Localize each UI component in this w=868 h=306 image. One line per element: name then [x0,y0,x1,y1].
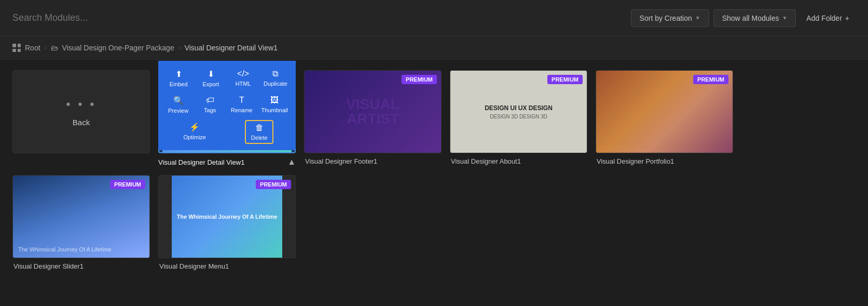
sort-label: Sort by Creation [640,14,692,22]
ctx-tags-button[interactable]: 🏷 Tags [196,94,224,116]
slider1-label: Visual Designer Slider1 [12,262,150,270]
ctx-html-label: HTML [236,81,251,87]
ctx-thumbnail-icon: 🖼 [270,96,279,105]
ctx-embed-label: Embed [170,81,188,87]
selected-card-label-row: Visual Designer Detail View1 ▲ [158,157,296,167]
search-input[interactable] [12,12,178,23]
ctx-export-label: Export [202,81,219,87]
context-menu-row2: 🔍 Preview 🏷 Tags T Rename 🖼 Thumbnail [162,94,292,116]
module-grid-row2: The Whimsical Journey Of A Lifetime PREM… [12,175,856,270]
ctx-html-button[interactable]: </> HTML [229,67,257,89]
about1-premium-badge: PREMIUM [547,75,583,84]
html-icon: </> [237,69,249,78]
ctx-duplicate-label: Duplicate [264,81,287,87]
header-right: Sort by Creation ▼ Show all Modules ▼ Ad… [631,9,856,27]
footer1-thumb: VISUALARTIST PREMIUM [304,70,442,153]
design-ux-title: DESIGN UI UX DESIGN [485,104,553,112]
portfolio1-premium-badge: PREMIUM [693,75,728,84]
about1-label: Visual Designer About1 [450,157,587,165]
main-content: • • • Back The Whimsical Journey Of A Li… [0,60,868,281]
show-modules-label: Show all Modules [722,14,779,22]
ctx-delete-label: Delete [251,135,268,141]
portfolio1-label: Visual Designer Portfolio1 [596,157,733,165]
ctx-preview-label: Preview [168,108,188,114]
back-dots: • • • [66,97,97,112]
ctx-delete-icon: 🗑 [255,123,264,132]
card-portfolio1[interactable]: PREMIUM Visual Designer Portfolio1 [596,70,733,167]
ctx-duplicate-button[interactable]: ⧉ Duplicate [261,67,290,89]
selected-card-label: Visual Designer Detail View1 [158,158,244,166]
breadcrumb: Root › 🗁 Visual Design One-Pager Package… [0,36,868,60]
menu1-thumb: The Whimsical Journey Of A Lifetime PREM… [158,175,296,258]
ctx-optimize-button[interactable]: ⚡ Optimize [181,120,209,144]
context-menu-row1: ⬆ Embed ⬇ Export </> HTML ⧉ Duplicate [162,67,292,89]
ctx-optimize-icon: ⚡ [189,122,200,132]
slider1-premium-badge: PREMIUM [110,180,145,189]
collapse-icon[interactable]: ▲ [287,157,296,167]
add-folder-label: Add Folder [806,14,842,22]
menu1-label: Visual Designer Menu1 [158,262,296,270]
footer1-premium-badge: PREMIUM [402,75,437,84]
card-footer1[interactable]: VISUALARTIST PREMIUM Visual Designer Foo… [304,70,442,167]
ctx-tags-label: Tags [204,107,216,113]
back-card[interactable]: • • • Back [12,70,150,167]
add-folder-button[interactable]: Add Folder + [800,10,856,26]
show-all-modules-button[interactable]: Show all Modules ▼ [713,9,796,27]
ctx-thumbnail-button[interactable]: 🖼 Thumbnail [259,94,290,116]
menu1-premium-badge: PREMIUM [256,180,291,189]
duplicate-icon: ⧉ [272,69,278,78]
portfolio1-thumb: PREMIUM [596,70,733,153]
footer1-label: Visual Designer Footer1 [304,157,442,165]
card-slider1[interactable]: The Whimsical Journey Of A Lifetime PREM… [12,175,150,270]
embed-icon: ⬆ [175,69,182,79]
module-grid-row1: • • • Back The Whimsical Journey Of A Li… [12,70,856,167]
ctx-tags-icon: 🏷 [206,96,214,105]
visual-artist-text: VISUALARTIST [346,97,399,126]
ctx-export-button[interactable]: ⬇ Export [197,67,225,89]
folder-icon: 🗁 [51,44,58,52]
breadcrumb-current: Visual Designer Detail View1 [185,44,278,52]
design-3d-text: DESIGN 3D DESIGN 3D [490,114,547,119]
ctx-preview-icon: 🔍 [173,96,184,105]
breadcrumb-sep-1: › [45,44,47,51]
ctx-delete-button[interactable]: 🗑 Delete [245,120,273,144]
ctx-rename-label: Rename [231,107,253,113]
slider1-thumb: The Whimsical Journey Of A Lifetime PREM… [12,175,150,258]
about1-thumb: DESIGN UI UX DESIGN DESIGN 3D DESIGN 3D … [450,70,587,153]
add-folder-icon: + [845,14,849,22]
card-about1[interactable]: DESIGN UI UX DESIGN DESIGN 3D DESIGN 3D … [450,70,587,167]
show-modules-chevron-icon: ▼ [782,15,787,21]
back-thumb: • • • Back [12,70,150,153]
ctx-thumbnail-label: Thumbnail [261,107,288,113]
back-label: Back [73,118,90,127]
slider1-caption: The Whimsical Journey Of A Lifetime [18,246,112,252]
ctx-preview-button[interactable]: 🔍 Preview [164,94,192,116]
breadcrumb-sep-2: › [178,44,181,51]
grid-icon[interactable] [12,44,21,52]
header: Sort by Creation ▼ Show all Modules ▼ Ad… [0,0,868,36]
ctx-rename-icon: T [239,96,244,105]
selected-card-detail-view1[interactable]: The Whimsical Journey Of A Lifetime PREM… [158,70,296,167]
context-menu-row3: ⚡ Optimize 🗑 Delete [162,120,292,144]
ctx-embed-button[interactable]: ⬆ Embed [164,67,193,89]
context-menu: ⬆ Embed ⬇ Export </> HTML ⧉ Duplicate [158,61,296,150]
breadcrumb-root[interactable]: Root [25,44,40,52]
breadcrumb-folder[interactable]: Visual Design One-Pager Package [62,44,174,52]
sort-chevron-icon: ▼ [695,15,700,21]
sort-by-creation-button[interactable]: Sort by Creation ▼ [631,9,709,27]
card-menu1[interactable]: The Whimsical Journey Of A Lifetime PREM… [158,175,296,270]
export-icon: ⬇ [208,69,214,79]
ctx-rename-button[interactable]: T Rename [227,94,256,116]
ctx-optimize-label: Optimize [184,134,206,140]
